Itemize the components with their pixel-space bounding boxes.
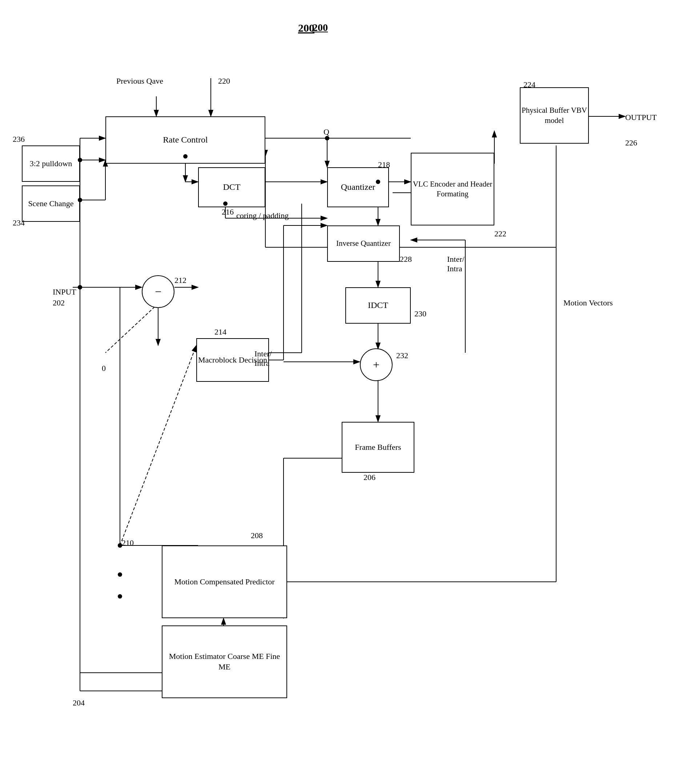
quantizer-block: Quantizer bbox=[327, 167, 389, 207]
label-208: 208 bbox=[251, 531, 263, 540]
dot-q-junction bbox=[325, 136, 329, 140]
label-204: 204 bbox=[73, 698, 85, 708]
label-220: 220 bbox=[218, 76, 230, 86]
dot-input-junction bbox=[78, 285, 82, 289]
inter-intra-1-label: Inter/Intra bbox=[254, 349, 272, 368]
label-226: 226 bbox=[625, 138, 637, 148]
label-228: 228 bbox=[400, 255, 412, 264]
inter-intra-2-label: Inter/Intra bbox=[447, 255, 464, 274]
dot-dct-junction bbox=[223, 201, 228, 206]
zero-label: 0 bbox=[102, 364, 106, 373]
svg-point-24 bbox=[118, 572, 122, 577]
label-206: 206 bbox=[363, 473, 376, 482]
label-214: 214 bbox=[214, 327, 227, 337]
svg-point-25 bbox=[118, 594, 122, 599]
motion-estimator-block: Motion Estimator Coarse ME Fine ME bbox=[162, 625, 287, 698]
previous-qave-label: Previous Qave bbox=[116, 76, 163, 86]
output-label: OUTPUT bbox=[625, 113, 657, 122]
label-232: 232 bbox=[396, 351, 408, 360]
dot-quantizer-junction bbox=[376, 180, 380, 184]
adder-node: + bbox=[360, 348, 393, 381]
dot-pulldown-junction bbox=[78, 158, 82, 162]
label-218: 218 bbox=[378, 160, 390, 170]
dot-mcp-junction bbox=[118, 543, 122, 548]
pulldown-block: 3:2 pulldown bbox=[22, 145, 80, 182]
physical-buffer-block: Physical Buffer VBV model bbox=[520, 87, 589, 144]
label-236: 236 bbox=[13, 135, 25, 144]
label-234: 234 bbox=[13, 218, 25, 228]
diagram: 200 bbox=[0, 0, 675, 784]
dot-scene-junction bbox=[78, 198, 82, 202]
label-224: 224 bbox=[523, 80, 535, 89]
scene-change-block: Scene Change bbox=[22, 185, 80, 222]
motion-compensated-block: Motion Compensated Predictor bbox=[162, 546, 287, 618]
svg-line-66 bbox=[106, 303, 158, 353]
label-210: 210 bbox=[122, 538, 134, 548]
idct-block: IDCT bbox=[345, 287, 411, 324]
inverse-quantizer-block: Inverse Quantizer bbox=[327, 226, 400, 262]
svg-line-26 bbox=[120, 345, 196, 546]
input-label: INPUT bbox=[53, 287, 76, 297]
label-q: Q bbox=[323, 127, 329, 137]
label-230: 230 bbox=[414, 309, 427, 319]
frame-buffers-block: Frame Buffers bbox=[342, 422, 414, 473]
label-202: 202 bbox=[53, 298, 65, 308]
vlc-encoder-block: VLC Encoder and Header Formating bbox=[411, 153, 494, 226]
label-212: 212 bbox=[174, 275, 186, 285]
dct-block: DCT bbox=[198, 167, 265, 207]
coring-padding-label: coring / padding bbox=[236, 211, 289, 220]
subtractor-node: − bbox=[142, 275, 174, 308]
dot-rate-dct-junction bbox=[183, 154, 188, 159]
title-label: 200 bbox=[298, 22, 314, 34]
motion-vectors-label: Motion Vectors bbox=[563, 298, 613, 308]
label-216: 216 bbox=[222, 207, 234, 217]
label-222: 222 bbox=[494, 229, 506, 238]
